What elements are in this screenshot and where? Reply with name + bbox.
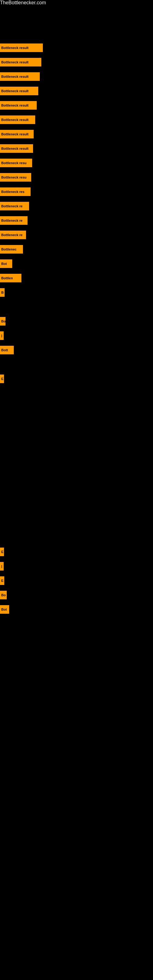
bar-item-4: Bottleneck result bbox=[0, 101, 37, 110]
bar-label: Bottleneck result bbox=[0, 144, 33, 153]
bar-label: Bottleneck result bbox=[0, 101, 37, 110]
bar-item-3: Bottleneck result bbox=[0, 87, 38, 95]
bar-label: E bbox=[0, 547, 4, 556]
bar-label: B bbox=[0, 288, 5, 297]
bar-label: Bottleneck re bbox=[0, 216, 27, 225]
bar-label: Bottleneck re bbox=[0, 231, 26, 239]
bar-label: Bottleneck res bbox=[0, 188, 30, 196]
bar-label: Bo bbox=[0, 317, 5, 326]
bar-item-9: Bottleneck resu bbox=[0, 173, 31, 181]
bar-item-20: Bott bbox=[0, 346, 14, 354]
bar-item-17: B bbox=[0, 288, 5, 297]
bar-label: Bottleneck result bbox=[0, 130, 33, 138]
bar-label: E bbox=[0, 576, 4, 585]
bar-item-22: E bbox=[0, 547, 4, 556]
bar-item-26: Bot bbox=[0, 605, 9, 614]
bar-label: Bottleneck result bbox=[0, 58, 41, 67]
bar-item-21: E bbox=[0, 375, 4, 383]
site-title: TheBottlenecker.com bbox=[0, 0, 153, 5]
bar-label: Bo bbox=[0, 591, 7, 599]
bar-label: E bbox=[0, 375, 4, 383]
bar-label: Bottlen bbox=[0, 274, 21, 282]
bar-item-7: Bottleneck result bbox=[0, 144, 33, 153]
bar-item-24: E bbox=[0, 576, 4, 585]
bar-item-10: Bottleneck res bbox=[0, 188, 30, 196]
bar-item-25: Bo bbox=[0, 591, 7, 599]
bar-label: | bbox=[0, 331, 4, 340]
bar-item-0: Bottleneck result bbox=[0, 43, 43, 52]
bar-item-16: Bottlen bbox=[0, 274, 21, 282]
bar-label: Bott bbox=[0, 346, 14, 354]
bar-label: Bottlenec bbox=[0, 245, 23, 254]
bar-label: Bottleneck re bbox=[0, 202, 29, 210]
bar-item-8: Bottleneck resu bbox=[0, 159, 32, 167]
bar-label: | bbox=[0, 562, 4, 571]
bar-item-19: | bbox=[0, 331, 4, 340]
bar-item-2: Bottleneck result bbox=[0, 72, 40, 81]
bar-item-13: Bottleneck re bbox=[0, 231, 26, 239]
bar-item-11: Bottleneck re bbox=[0, 202, 29, 210]
bar-item-12: Bottleneck re bbox=[0, 216, 27, 225]
bar-label: Bottleneck result bbox=[0, 115, 35, 124]
bar-item-14: Bottlenec bbox=[0, 245, 23, 254]
bar-item-1: Bottleneck result bbox=[0, 58, 41, 67]
bar-label: Bottleneck result bbox=[0, 43, 43, 52]
bar-label: Bot bbox=[0, 605, 9, 614]
bar-item-15: Bot bbox=[0, 259, 12, 268]
bar-label: Bottleneck result bbox=[0, 72, 40, 81]
bar-item-18: Bo bbox=[0, 317, 5, 326]
bar-label: Bottleneck result bbox=[0, 87, 38, 95]
bar-item-5: Bottleneck result bbox=[0, 115, 35, 124]
bar-item-23: | bbox=[0, 562, 4, 571]
bar-label: Bot bbox=[0, 259, 12, 268]
bar-item-6: Bottleneck result bbox=[0, 130, 33, 138]
bar-label: Bottleneck resu bbox=[0, 173, 31, 181]
bar-label: Bottleneck resu bbox=[0, 159, 32, 167]
